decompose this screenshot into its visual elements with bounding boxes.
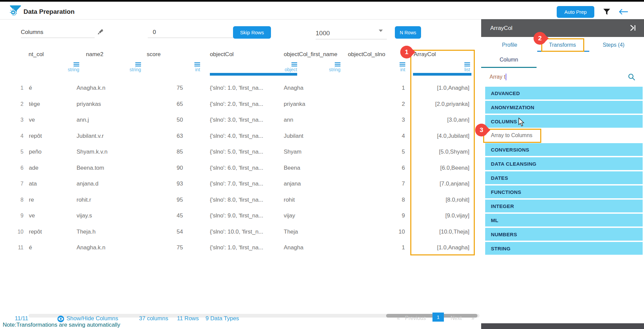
back-arrow-icon[interactable] (618, 8, 628, 15)
transform-search-value: Array t (490, 74, 505, 80)
pagination-current-page[interactable]: 1 (432, 313, 444, 322)
column-menu-icon[interactable] (291, 62, 297, 67)
column-type-label: string (39, 67, 79, 72)
transform-item-label: DATES (491, 175, 508, 181)
transform-category-conversions[interactable]: CONVERSIONS (485, 143, 643, 156)
column-type-label: int (365, 67, 405, 72)
transform-category-data-cleansing[interactable]: DATA CLEANSING (485, 157, 643, 170)
table-cell: priyanka (284, 96, 334, 112)
transform-category-dates[interactable]: DATES (485, 171, 643, 184)
badge-2-number: 2 (538, 35, 542, 42)
pagination-first-icon[interactable]: « (397, 315, 400, 321)
row-number: 6 (13, 160, 24, 176)
table-cell: ann (284, 112, 334, 128)
table-cell: Theja.h (77, 224, 142, 240)
table-cell: {'slno': 4.0, 'first_na... (210, 128, 274, 144)
table-cell: 8 (348, 192, 405, 208)
transform-category-ml[interactable]: ML (485, 214, 643, 227)
column-header-objectCol_slno: objectCol_slno (348, 51, 385, 58)
collapse-panel-icon[interactable] (629, 25, 637, 31)
pagination-previous[interactable]: Previous (405, 315, 426, 321)
transform-category-string[interactable]: STRING (485, 242, 643, 255)
column-menu-icon[interactable] (464, 62, 470, 67)
subtab-column[interactable]: Column (500, 57, 518, 63)
table-cell: Shyam.k.v.n (77, 144, 142, 160)
row-number: 7 (13, 176, 24, 192)
auto-prep-button[interactable]: Auto Prep (557, 6, 594, 18)
column-menu-icon[interactable] (335, 62, 340, 67)
pagination-next[interactable]: Next (451, 315, 462, 321)
transform-item-label: CONVERSIONS (491, 147, 529, 153)
transform-item-label: STRING (491, 246, 510, 251)
table-cell: [9.0,vijay] (414, 208, 469, 224)
pagination-last-icon[interactable]: » (471, 315, 474, 321)
table-cell: ata (29, 176, 79, 192)
column-menu-icon[interactable] (194, 62, 200, 67)
table-cell: 90 (147, 160, 183, 176)
column-type-label: string (101, 67, 141, 72)
table-cell: {'slno': 2.0, 'first_na... (210, 96, 274, 112)
column-header-objectCol_first_name: objectCol_first_name (284, 51, 337, 58)
table-cell: [1.0,Anagha] (414, 80, 469, 96)
table-cell: vijay.s (77, 208, 142, 224)
table-cell: [7.0,anjana] (414, 176, 469, 192)
table-cell: 50 (147, 112, 183, 128)
data-types-count: 9 Data Types (205, 315, 239, 322)
transform-category-numbers[interactable]: NUMBERS (485, 228, 643, 241)
row-number: 3 (13, 112, 24, 128)
search-icon[interactable] (628, 73, 635, 81)
transform-category-anonymization[interactable]: ANONYMIZATION (485, 101, 643, 114)
transform-category-integer[interactable]: INTEGER (485, 200, 643, 212)
transform-item-label: DATA CLEANSING (491, 161, 537, 167)
table-cell: 10 (348, 224, 405, 240)
table-cell: {'slno': 9.0, 'first_na... (210, 208, 274, 224)
table-cell: Jubilant.v.r (77, 128, 142, 144)
table-cell: Beena (284, 160, 334, 176)
table-cell: Anagha.k.n (77, 240, 142, 256)
transform-item-label: NUMBERS (491, 232, 517, 237)
table-cell: 85 (147, 144, 183, 160)
table-cell: {'slno': 10.0, 'first_n... (210, 224, 274, 240)
table-cell: 3 (348, 112, 405, 128)
table-cell: {'slno': 5.0, 'first_na... (210, 144, 274, 160)
row-number: 4 (13, 128, 24, 144)
badge-1-number: 1 (405, 48, 409, 56)
column-header-score: score (147, 51, 161, 58)
active-tab-underline (537, 51, 589, 52)
sidebar-column-title: ArrayCol (490, 25, 512, 32)
tab-steps[interactable]: Steps (4) (603, 42, 625, 48)
column-menu-icon[interactable] (74, 62, 79, 67)
column-menu-icon[interactable] (135, 62, 141, 67)
table-cell: 75 (147, 80, 183, 96)
table-cell: vijay (284, 208, 334, 224)
column-header-nt_col: nt_col (29, 51, 44, 58)
column-menu-icon[interactable] (400, 62, 405, 67)
table-cell: 1 (348, 240, 405, 256)
column-type-label: string (300, 67, 340, 72)
table-cell: 63 (147, 128, 183, 144)
bottom-dark-strip (481, 323, 644, 329)
table-cell: 93 (147, 176, 183, 192)
table-cell: ve (29, 208, 79, 224)
annotation-badge-1: 1 (400, 46, 413, 58)
table-cell: 65 (147, 96, 183, 112)
table-cell: repôt (29, 128, 79, 144)
table-cell: tège (29, 96, 79, 112)
tab-transforms[interactable]: Transforms (549, 42, 576, 48)
text-caret (506, 74, 506, 80)
filter-icon[interactable] (603, 8, 611, 16)
transform-category-functions[interactable]: FUNCTIONS (485, 186, 643, 198)
tab-profile[interactable]: Profile (502, 42, 517, 48)
transform-category-columns[interactable]: COLUMNS (485, 115, 643, 128)
transform-item-label: COLUMNS (491, 119, 517, 124)
table-cell: 45 (147, 208, 183, 224)
subtab-underline (481, 67, 537, 68)
sidebar-header: ArrayCol (481, 19, 644, 37)
transforms-sidebar: ArrayCol Profile Transforms Steps (4) Co… (481, 19, 644, 323)
show-hide-columns-link[interactable]: Show/Hide Columns (66, 315, 118, 322)
transform-item-array-to-columns[interactable]: Array to Columns (485, 129, 643, 142)
table-cell: [10.0,Theja] (414, 224, 469, 240)
transform-search-input[interactable]: Array t (490, 72, 637, 82)
transform-category-list: ADVANCEDANONYMIZATIONCOLUMNSArray to Col… (481, 87, 644, 275)
transform-category-advanced[interactable]: ADVANCED (485, 87, 643, 99)
